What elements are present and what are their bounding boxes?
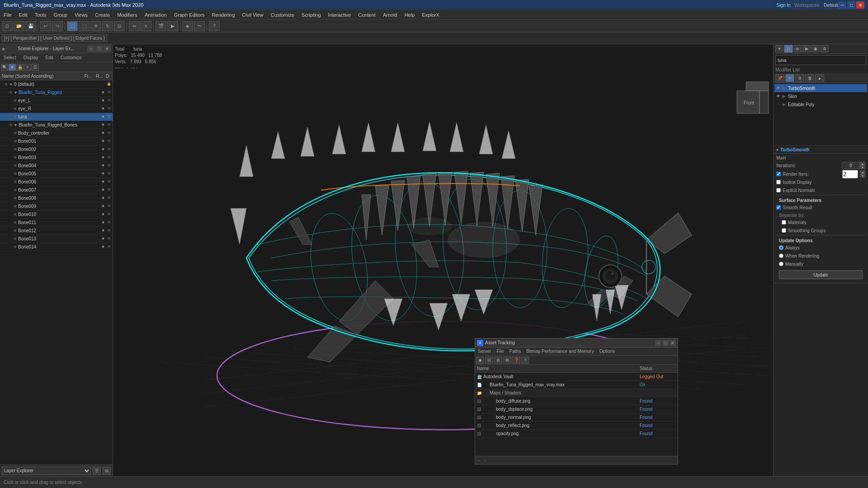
eye-icon[interactable]: 👁 bbox=[12, 115, 18, 119]
select-obj-btn[interactable]: ▢ bbox=[67, 21, 78, 31]
sign-in-btn[interactable]: Sign In bbox=[777, 3, 791, 8]
undo-btn[interactable]: ↩ bbox=[40, 21, 51, 31]
explorer-btn2[interactable]: ⊞ bbox=[103, 467, 111, 475]
asset-row-maps-group[interactable]: 📁 Maps / Shaders bbox=[475, 389, 678, 397]
align-btn[interactable]: ≡ bbox=[141, 21, 151, 31]
menu-customize[interactable]: Customize bbox=[267, 10, 298, 19]
minimize-button[interactable]: ─ bbox=[838, 1, 846, 9]
scene-item-bone005[interactable]: 👁 Bone005 ◈⊠ bbox=[0, 170, 113, 178]
new-btn[interactable]: 🗋 bbox=[2, 21, 13, 31]
asset-row-dsplace[interactable]: 🖼 body_dsplace.png Found bbox=[475, 405, 678, 413]
scene-item-bone008[interactable]: 👁 Bone008 ◈⊠ bbox=[0, 194, 113, 202]
scene-item-bone004[interactable]: 👁 Bone004 ◈⊠ bbox=[0, 162, 113, 170]
tab-display[interactable]: Display bbox=[20, 54, 42, 61]
eye-icon[interactable]: 👁 bbox=[12, 131, 18, 136]
scene-item-bone003[interactable]: 👁 Bone003 ◈⊠ bbox=[0, 154, 113, 162]
scene-item-bone012[interactable]: 👁 Bone012 ◈⊠ bbox=[0, 227, 113, 235]
maximize-button[interactable]: □ bbox=[847, 1, 855, 9]
render-iters-check[interactable] bbox=[776, 172, 781, 176]
redo-btn[interactable]: ↪ bbox=[52, 21, 63, 31]
modify-tab[interactable]: ⊡ bbox=[784, 45, 793, 52]
modifier-item-editable-poly[interactable]: 👁 ▶ Editable Poly bbox=[774, 100, 867, 108]
scene-explorer-maximize[interactable]: □ bbox=[95, 46, 103, 52]
explicit-normals-check[interactable] bbox=[776, 188, 781, 192]
eye-icon[interactable]: 👁 bbox=[12, 188, 18, 192]
scene-item-bone014[interactable]: 👁 Bone014 ◈⊠ bbox=[0, 243, 113, 251]
menu-arnold[interactable]: Arnold bbox=[379, 10, 401, 19]
menu-animation[interactable]: Animation bbox=[141, 10, 170, 19]
asset-tb-help[interactable]: ? bbox=[521, 357, 529, 364]
modifier-item-skin[interactable]: 👁 ▶ Skin bbox=[774, 92, 867, 100]
hierarchy-tab[interactable]: ⊕ bbox=[793, 45, 802, 52]
menu-rendering[interactable]: Rendering bbox=[208, 10, 239, 19]
asset-row-opacity[interactable]: 🖼 opacity.png Found bbox=[475, 430, 678, 438]
display-tab[interactable]: ◉ bbox=[811, 45, 820, 52]
eye-icon[interactable]: 👁 bbox=[12, 212, 18, 217]
isoline-check[interactable] bbox=[776, 180, 781, 184]
modifier-item-turbosmooth[interactable]: 👁 ▶ TurboSmooth bbox=[774, 84, 867, 92]
menu-interactive[interactable]: Interactive bbox=[325, 10, 355, 19]
help-btn[interactable]: ? bbox=[209, 21, 220, 31]
iterations-down[interactable]: ▼ bbox=[860, 165, 865, 169]
render-iters-down[interactable]: ▼ bbox=[860, 174, 865, 178]
scene-item-bone013[interactable]: 👁 Bone013 ◈⊠ bbox=[0, 235, 113, 243]
motion-tab[interactable]: ▶ bbox=[802, 45, 811, 52]
menu-modifiers[interactable]: Modifiers bbox=[113, 10, 141, 19]
asset-menu-paths[interactable]: Paths bbox=[507, 347, 524, 355]
scene-item-eye-r[interactable]: 👁 eye_R ◈ ⊠ bbox=[0, 105, 113, 113]
eye-icon[interactable]: 👁 bbox=[12, 237, 18, 241]
iterations-up[interactable]: ▲ bbox=[860, 162, 865, 165]
scene-item-bone001[interactable]: 👁 Bone001 ◈⊠ bbox=[0, 137, 113, 145]
scene-item-bone006[interactable]: 👁 Bone006 ◈⊠ bbox=[0, 178, 113, 186]
tab-edit[interactable]: Edit bbox=[42, 54, 57, 61]
menu-civil-view[interactable]: Civil View bbox=[238, 10, 267, 19]
asset-minimize[interactable]: ─ bbox=[655, 340, 661, 346]
eye-icon[interactable]: 👁 bbox=[12, 196, 18, 201]
scene-item-bones-group[interactable]: 👁 ▼ Bluefin_Tuna_Rigged_Bones ◈ ⊠ bbox=[0, 121, 113, 129]
close-button[interactable]: ✕ bbox=[856, 1, 864, 9]
curve-editor-btn[interactable]: 〜 bbox=[194, 21, 205, 31]
scene-item-bone007[interactable]: 👁 Bone007 ◈⊠ bbox=[0, 186, 113, 194]
asset-row-diffuse[interactable]: 🖼 body_diffuse.png Found bbox=[475, 397, 678, 405]
rotate-btn[interactable]: ↻ bbox=[102, 21, 113, 31]
tab-select[interactable]: Select bbox=[0, 54, 20, 61]
viewport-label[interactable]: [+] [ Perspective ] [ User Defined ] [ E… bbox=[2, 34, 107, 42]
tab-customize[interactable]: Customize bbox=[57, 54, 85, 61]
scene-item-bone011[interactable]: 👁 Bone011 ◈⊠ bbox=[0, 219, 113, 227]
asset-close[interactable]: ✕ bbox=[670, 340, 676, 346]
scene-explorer-minimize[interactable]: ─ bbox=[87, 46, 94, 52]
menu-group[interactable]: Group bbox=[50, 10, 71, 19]
eye-icon[interactable]: 👁 bbox=[12, 99, 18, 103]
save-btn[interactable]: 💾 bbox=[25, 21, 36, 31]
eye-icon[interactable]: 👁 bbox=[12, 172, 18, 176]
asset-tb-4[interactable]: ⊠ bbox=[503, 357, 511, 364]
asset-menu-server[interactable]: Server bbox=[475, 347, 494, 355]
materials-check[interactable] bbox=[782, 220, 786, 225]
scene-item-tuna[interactable]: 👁 tuna ◈ ⊡ bbox=[0, 113, 113, 121]
smooth-result-check[interactable] bbox=[776, 205, 781, 210]
menu-content[interactable]: Content bbox=[354, 10, 379, 19]
eye-icon[interactable]: 👁 bbox=[7, 123, 14, 127]
asset-row-file[interactable]: 📄 Bluefin_Tuna_Rigged_max_vray.max Ok bbox=[475, 381, 678, 389]
render-btn[interactable]: ▶ bbox=[167, 21, 178, 31]
scene-search-btn[interactable]: 🔍 bbox=[1, 64, 8, 71]
eye-icon[interactable]: 👁 bbox=[3, 82, 9, 87]
scene-item-bone009[interactable]: 👁 Bone009 ◈⊠ bbox=[0, 202, 113, 211]
asset-tb-1[interactable]: ◉ bbox=[476, 357, 484, 364]
menu-edit[interactable]: Edit bbox=[15, 10, 31, 19]
scene-sort-btn[interactable]: ▼ bbox=[9, 64, 16, 71]
menu-file[interactable]: File bbox=[0, 10, 15, 19]
eye-icon[interactable]: 👁 bbox=[12, 229, 18, 233]
render-iters-input[interactable] bbox=[842, 170, 858, 178]
scene-item-eye-l[interactable]: 👁 eye_L ◈ ⊠ bbox=[0, 97, 113, 105]
scene-item-bone010[interactable]: 👁 Bone010 ◈⊠ bbox=[0, 211, 113, 219]
open-btn[interactable]: 📂 bbox=[14, 21, 24, 31]
asset-menu-bitmap[interactable]: Bitmap Performance and Memory bbox=[524, 347, 597, 355]
mod-eye-icon[interactable]: 👁 bbox=[776, 94, 783, 99]
mirror-btn[interactable]: ⇔ bbox=[129, 21, 140, 31]
mod-eye-icon[interactable]: 👁 bbox=[776, 86, 783, 90]
asset-row-vault[interactable]: 🏦 Autodesk Vault Logged Out bbox=[475, 373, 678, 381]
menu-scripting[interactable]: Scripting bbox=[298, 10, 325, 19]
scene-explorer-close[interactable]: ✕ bbox=[104, 46, 111, 52]
eye-icon[interactable]: 👁 bbox=[12, 107, 18, 111]
